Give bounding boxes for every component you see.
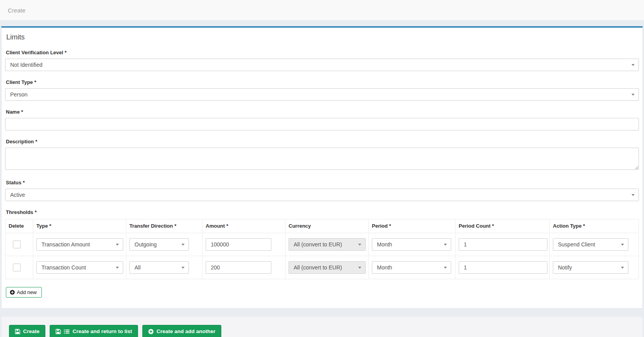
amount-input[interactable] bbox=[206, 238, 271, 251]
transfer-direction-select[interactable]: All bbox=[129, 261, 189, 274]
name-input[interactable] bbox=[5, 118, 639, 130]
save-icon bbox=[56, 329, 61, 334]
caret-down-icon bbox=[181, 244, 185, 246]
create-and-add-button[interactable]: Create and add another bbox=[142, 325, 221, 337]
action-type-select[interactable]: Suspend Client bbox=[553, 238, 628, 251]
field-client-verification-level: Client Verification Level * Not Identifi… bbox=[5, 50, 639, 71]
caret-down-icon bbox=[358, 244, 361, 246]
add-new-button[interactable]: Add new bbox=[6, 287, 42, 298]
page-header: Create bbox=[0, 0, 644, 21]
column-header-period-count: Period Count * bbox=[456, 219, 550, 233]
column-header-period: Period * bbox=[369, 219, 456, 233]
limits-panel: Limits Client Verification Level * Not I… bbox=[1, 26, 643, 308]
column-header-transfer-direction: Transfer Direction * bbox=[126, 219, 203, 233]
amount-input[interactable] bbox=[206, 261, 271, 274]
save-icon bbox=[15, 329, 20, 334]
required-marker: * bbox=[35, 139, 37, 144]
field-status: Status * Active bbox=[5, 180, 639, 201]
required-marker: * bbox=[21, 109, 23, 115]
column-header-currency: Currency bbox=[285, 219, 369, 233]
selected-value: Person bbox=[10, 91, 27, 98]
name-label: Name * bbox=[6, 109, 639, 115]
currency-select[interactable]: All (convert to EUR) bbox=[289, 238, 366, 251]
field-thresholds: Thresholds * Delete Type * Transfer Dire… bbox=[5, 209, 639, 298]
period-select[interactable]: Month bbox=[372, 238, 451, 251]
required-marker: * bbox=[34, 79, 36, 85]
period-select[interactable]: Month bbox=[372, 261, 451, 274]
threshold-row: Transaction Count All All (convert to EU… bbox=[5, 256, 639, 279]
selected-value: Active bbox=[10, 192, 25, 198]
threshold-row: Transaction Amount Outgoing All (convert… bbox=[5, 233, 639, 256]
column-header-type: Type * bbox=[33, 219, 126, 233]
type-select[interactable]: Transaction Amount bbox=[36, 238, 123, 251]
caret-down-icon bbox=[631, 64, 635, 66]
status-select[interactable]: Active bbox=[5, 189, 639, 201]
selected-value: Not Identified bbox=[10, 62, 43, 68]
create-and-add-label: Create and add another bbox=[156, 328, 215, 334]
create-and-return-button[interactable]: Create and return to list bbox=[50, 325, 138, 337]
column-header-action-type: Action Type * bbox=[550, 219, 639, 233]
caret-down-icon bbox=[116, 244, 119, 246]
column-header-amount: Amount * bbox=[203, 219, 285, 233]
type-select[interactable]: Transaction Count bbox=[36, 261, 123, 274]
caret-down-icon bbox=[181, 267, 185, 269]
transfer-direction-select[interactable]: Outgoing bbox=[129, 238, 189, 251]
thresholds-header-row: Delete Type * Transfer Direction * Amoun… bbox=[5, 219, 639, 233]
status-label: Status * bbox=[6, 180, 639, 185]
panel-title: Limits bbox=[6, 33, 639, 41]
required-marker: * bbox=[23, 180, 25, 185]
create-label: Create bbox=[23, 328, 39, 334]
thresholds-label: Thresholds * bbox=[6, 209, 639, 215]
client-type-label: Client Type * bbox=[6, 79, 639, 85]
list-icon bbox=[64, 329, 70, 334]
caret-down-icon bbox=[631, 194, 635, 196]
delete-checkbox[interactable] bbox=[13, 264, 21, 271]
action-type-select[interactable]: Notify bbox=[553, 261, 628, 274]
delete-checkbox[interactable] bbox=[13, 241, 21, 248]
period-count-input[interactable] bbox=[459, 238, 547, 251]
form-actions: Create Create and return to list Create … bbox=[1, 316, 643, 337]
add-new-label: Add new bbox=[17, 289, 37, 295]
create-and-return-label: Create and return to list bbox=[72, 328, 132, 334]
create-button[interactable]: Create bbox=[9, 325, 45, 337]
caret-down-icon bbox=[444, 244, 447, 246]
column-header-delete: Delete bbox=[5, 219, 33, 233]
field-description: Description * bbox=[5, 139, 639, 171]
period-count-input[interactable] bbox=[459, 261, 547, 274]
caret-down-icon bbox=[116, 267, 119, 269]
required-marker: * bbox=[65, 50, 66, 55]
page-title: Create bbox=[8, 7, 25, 14]
plus-circle-icon bbox=[10, 290, 15, 295]
caret-down-icon bbox=[621, 244, 624, 246]
description-textarea[interactable] bbox=[5, 148, 639, 170]
client-verification-level-label: Client Verification Level * bbox=[6, 50, 639, 55]
thresholds-table: Delete Type * Transfer Direction * Amoun… bbox=[5, 219, 639, 279]
caret-down-icon bbox=[358, 267, 361, 269]
field-name: Name * bbox=[5, 109, 639, 130]
client-type-select[interactable]: Person bbox=[5, 88, 639, 101]
caret-down-icon bbox=[631, 94, 635, 96]
caret-down-icon bbox=[621, 267, 624, 269]
field-client-type: Client Type * Person bbox=[5, 79, 639, 101]
caret-down-icon bbox=[444, 267, 447, 269]
plus-circle-icon bbox=[148, 329, 154, 334]
client-verification-level-select[interactable]: Not Identified bbox=[5, 59, 639, 71]
currency-select[interactable]: All (convert to EUR) bbox=[289, 261, 366, 274]
description-label: Description * bbox=[6, 139, 639, 144]
required-marker: * bbox=[35, 209, 37, 215]
